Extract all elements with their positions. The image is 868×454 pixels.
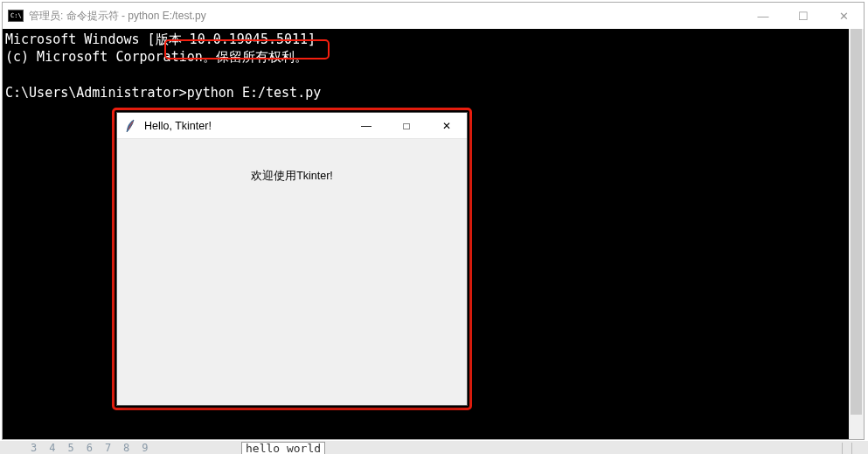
- tkinter-body: 欢迎使用Tkinter!: [117, 139, 467, 405]
- cmd-window-controls: — ☐ ✕: [743, 3, 864, 29]
- separator-icon: [842, 443, 843, 454]
- cmd-prompt: C:\Users\Administrator>: [5, 85, 187, 101]
- cmd-scrollbar[interactable]: [849, 29, 864, 439]
- cmd-copyright-line: (c) Microsoft Corporation。保留所有权利。: [5, 49, 308, 65]
- tkinter-minimize-button[interactable]: —: [346, 113, 386, 138]
- minimize-button[interactable]: —: [743, 3, 783, 29]
- cmd-titlebar[interactable]: C:\ 管理员: 命令提示符 - python E:/test.py — ☐ ✕: [3, 3, 864, 29]
- editor-hello-text: hello world: [241, 442, 325, 454]
- tkinter-title-text: Hello, Tkinter!: [144, 120, 212, 132]
- tkinter-close-button[interactable]: ✕: [427, 113, 467, 138]
- cmd-icon: C:\: [8, 10, 24, 22]
- cmd-version-line: Microsoft Windows [版本 10.0.19045.5011]: [5, 31, 316, 47]
- cmd-command: python E:/test.py: [187, 85, 322, 101]
- tkinter-window-controls: — □ ✕: [346, 113, 467, 138]
- cmd-output: Microsoft Windows [版本 10.0.19045.5011] (…: [3, 29, 864, 103]
- tkinter-feather-icon: [124, 119, 138, 133]
- close-button[interactable]: ✕: [823, 3, 864, 29]
- editor-line-numbers: 3456789: [0, 442, 161, 454]
- tkinter-maximize-button[interactable]: □: [386, 113, 427, 138]
- cmd-title-text: 管理员: 命令提示符 - python E:/test.py: [29, 9, 206, 24]
- tkinter-titlebar[interactable]: Hello, Tkinter! — □ ✕: [117, 113, 467, 139]
- tkinter-welcome-label: 欢迎使用Tkinter!: [251, 169, 333, 184]
- editor-right-gutter: [842, 443, 852, 454]
- editor-fragment: 3456789 hello world: [0, 441, 868, 454]
- tkinter-window: Hello, Tkinter! — □ ✕ 欢迎使用Tkinter!: [116, 112, 468, 406]
- maximize-button[interactable]: ☐: [783, 3, 823, 29]
- separator-icon: [851, 443, 852, 454]
- cmd-scrollbar-thumb[interactable]: [851, 29, 862, 415]
